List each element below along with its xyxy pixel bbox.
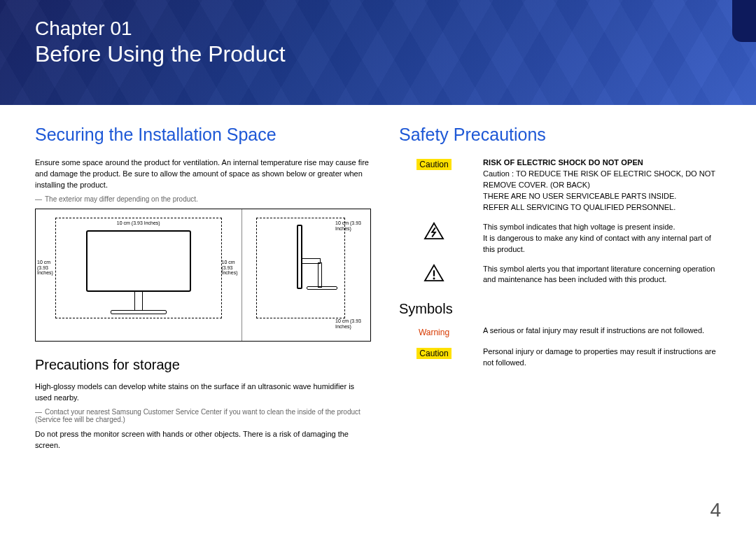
section-heading-safety: Safety Precautions [399,125,721,145]
warning-label: Warning [419,328,449,337]
note-dash-icon: ― [35,195,42,203]
high-voltage-icon [424,222,444,240]
subheading-storage: Precautions for storage [35,357,371,373]
symbol-voltage-row: This symbol indicates that high voltage … [399,222,721,255]
svg-point-3 [433,277,435,279]
chapter-number: Chapter 01 [35,17,721,40]
storage-paragraph-1: High-glossy models can develop white sta… [35,381,371,404]
note-dash-icon: ― [35,408,42,416]
page-content: Securing the Installation Space Ensure s… [0,105,756,456]
svg-marker-0 [425,223,443,239]
diagram-side-panel: 10 cm (3.93 Inches) 10 cm (3.93 Inches) [242,209,370,341]
spacing-diagram: 10 cm (3.93 Inches) 10 cm (3.93 Inches) … [35,209,371,342]
caution-def-row: Caution Personal injury or damage to pro… [399,346,721,369]
literature-icon-cell [399,264,469,282]
installation-note: ―The exterior may differ depending on th… [35,195,371,203]
caution-badge: Caution [416,159,451,170]
exclamation-triangle-icon [424,264,444,282]
dim-top: 10 cm (3.93 Inches) [117,220,160,226]
warning-def-text: A serious or fatal injury may result if … [483,325,721,337]
caution-badge-cell: Caution [399,157,469,170]
caution-row: Caution RISK OF ELECTRIC SHOCK DO NOT OP… [399,157,721,213]
symbol-literature-row: This symbol alerts you that important li… [399,264,721,286]
storage-paragraph-2: Do not press the monitor screen with han… [35,429,371,451]
risk-line-1: Caution : TO REDUCE THE RISK OF ELECTRIC… [483,169,721,191]
diagram-front-panel: 10 cm (3.93 Inches) 10 cm (3.93 Inches) … [36,209,242,341]
warning-def-row: Warning A serious or fatal injury may re… [399,325,721,338]
risk-heading: RISK OF ELECTRIC SHOCK DO NOT OPEN [483,157,721,169]
caution-label-cell: Caution [399,346,469,359]
dim-left: 10 cm (3.93 Inches) [37,260,55,276]
dim-side-bottom: 10 cm (3.93 Inches) [335,318,369,329]
left-column: Securing the Installation Space Ensure s… [35,125,371,456]
page-tab-decoration [732,0,756,42]
monitor-front-icon [86,230,191,314]
voltage-line-2: It is dangerous to make any kind of cont… [483,233,721,255]
section-heading-installation: Securing the Installation Space [35,125,371,145]
right-column: Safety Precautions Caution RISK OF ELECT… [399,125,721,456]
page-number: 4 [710,499,721,521]
dim-side-top: 10 cm (3.93 Inches) [335,220,369,231]
literature-text: This symbol alerts you that important li… [483,264,721,286]
caution-def-text: Personal injury or damage to properties … [483,346,721,369]
monitor-side-icon [297,225,302,289]
note-text: The exterior may differ depending on the… [45,195,198,203]
subheading-symbols: Symbols [399,301,721,317]
storage-note: ―Contact your nearest Samsung Customer S… [35,408,371,423]
dim-right: 10 cm (3.93 Inches) [222,260,240,276]
risk-text: RISK OF ELECTRIC SHOCK DO NOT OPEN Cauti… [483,157,721,213]
voltage-line-1: This symbol indicates that high voltage … [483,222,721,233]
chapter-header: Chapter 01 Before Using the Product [0,0,756,105]
risk-line-3: REFER ALL SERVICING TO QUALIFIED PERSONN… [483,202,721,213]
chapter-title: Before Using the Product [35,41,721,67]
high-voltage-icon-cell [399,222,469,240]
voltage-text: This symbol indicates that high voltage … [483,222,721,255]
note-text: Contact your nearest Samsung Customer Se… [35,408,360,423]
risk-line-2: THERE ARE NO USER SERVICEABLE PARTS INSI… [483,191,721,202]
installation-paragraph: Ensure some space around the product for… [35,157,371,191]
caution-badge-2: Caution [416,348,451,359]
warning-label-cell: Warning [399,325,469,338]
